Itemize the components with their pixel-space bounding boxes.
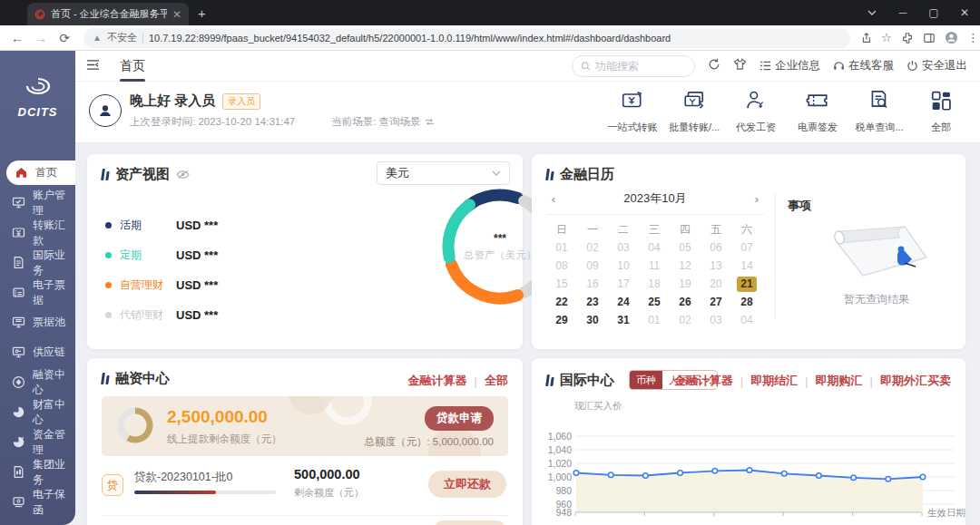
function-search[interactable] [572, 55, 695, 77]
calendar-day[interactable]: 05 [675, 240, 695, 256]
calendar-day[interactable]: 02 [583, 240, 603, 256]
sidebar-item-home[interactable]: 首页 [6, 160, 75, 185]
calendar-day[interactable]: 24 [613, 295, 633, 310]
quick-action-all-apps[interactable]: 全部 [915, 89, 967, 134]
bookmark-star-icon[interactable]: ☆ [881, 31, 892, 44]
calendar-day[interactable]: 21 [737, 277, 757, 292]
asset-legend-row[interactable]: 代销理财USD *** [105, 300, 218, 330]
calendar-day[interactable]: 25 [644, 295, 664, 310]
repay-now-button[interactable]: 立即还款 [428, 471, 506, 498]
profile-avatar-icon[interactable] [945, 31, 958, 44]
calendar-day[interactable]: 09 [583, 258, 603, 274]
eye-off-icon[interactable] [176, 170, 190, 180]
switch-scene-icon[interactable] [425, 118, 435, 126]
calendar-day[interactable]: 15 [552, 277, 572, 292]
calendar-day[interactable]: 18 [644, 277, 664, 292]
currency-dropdown[interactable]: 美元 [377, 161, 510, 185]
calendar-day[interactable]: 06 [706, 240, 726, 256]
collapse-menu-icon[interactable] [86, 58, 100, 74]
sidebar-item-international[interactable]: 国际业务 [0, 248, 75, 277]
reload-icon[interactable]: ⟳ [53, 31, 76, 45]
new-tab-button[interactable]: + [198, 5, 206, 22]
calendar-day[interactable]: 17 [613, 277, 633, 292]
calendar-prev-icon[interactable]: ‹ [546, 192, 561, 206]
calendar-day[interactable]: 16 [583, 277, 603, 292]
calendar-day[interactable]: 23 [583, 295, 603, 310]
calendar-day[interactable]: 22 [552, 295, 572, 310]
calendar-day[interactable]: 08 [552, 258, 572, 274]
sidebar-item-group[interactable]: 集团业务 [0, 457, 75, 487]
calendar-day[interactable]: 11 [644, 258, 664, 274]
app-header: 首页 企业信息 在线客服 安全退出 [75, 51, 980, 82]
calendar-day[interactable]: 01 [644, 313, 664, 328]
sidebar-item-supplychain[interactable]: 供应链 [0, 337, 75, 367]
repay-now-button-clipped[interactable] [434, 520, 506, 525]
intl-link-1[interactable]: 即期结汇 [750, 373, 798, 389]
finance-all-link[interactable]: 全部 [485, 373, 508, 389]
asset-legend-row[interactable]: 活期USD *** [105, 210, 218, 240]
calendar-day[interactable]: 01 [552, 240, 572, 256]
safe-logout-link[interactable]: 安全退出 [906, 58, 967, 73]
sidebar-item-guarantee[interactable]: 电子保函 [0, 487, 75, 517]
tab-close-icon[interactable]: ✕ [172, 8, 181, 21]
finance-calculator-link[interactable]: 金融计算器 [408, 373, 467, 389]
calendar-next-icon[interactable]: › [750, 192, 764, 206]
online-service-link[interactable]: 在线客服 [833, 58, 894, 73]
card-title-icon [102, 373, 109, 384]
calendar-day[interactable]: 04 [644, 240, 664, 256]
enterprise-info-link[interactable]: 企业信息 [760, 58, 820, 73]
calendar-day[interactable]: 27 [706, 295, 726, 310]
quick-action-eticket[interactable]: 电票签发 [791, 89, 844, 134]
tab-home[interactable]: 首页 [120, 51, 145, 82]
calendar-day[interactable]: 20 [706, 277, 726, 292]
calendar-day[interactable]: 03 [613, 240, 633, 256]
theme-skin-icon[interactable] [733, 58, 747, 74]
sidebar-item-financing[interactable]: 融资中心 [0, 367, 75, 397]
calendar-day[interactable]: 03 [706, 313, 726, 328]
sidebar-item-account[interactable]: 账户管理 [0, 188, 75, 218]
calendar-day[interactable]: 14 [737, 258, 757, 274]
quick-action-payroll[interactable]: 代发工资 [730, 89, 782, 134]
calendar-day[interactable]: 30 [583, 313, 603, 328]
intl-link-3[interactable]: 即期外汇买卖 [880, 373, 951, 389]
window-maximize-button[interactable]: ▢ [918, 0, 949, 25]
quick-action-batch-transfer[interactable]: 批量转账/... [668, 89, 720, 134]
calendar-day[interactable]: 26 [675, 295, 695, 310]
loan-apply-button[interactable]: 贷款申请 [425, 406, 494, 431]
quick-action-tax-query[interactable]: 税单查询... [853, 89, 906, 134]
browser-tab[interactable]: 首页 - 企业综合金融服务平台 ✕ [27, 3, 189, 25]
url-bar[interactable]: ▲ 不安全 10.7.19.22:8999/fpaas_bucket/94154… [83, 28, 850, 48]
asset-legend-row[interactable]: 自营理财USD *** [105, 270, 218, 300]
side-panel-icon[interactable] [923, 32, 936, 44]
sidebar-item-ebill[interactable]: 电子票据 [0, 277, 75, 307]
calendar-day[interactable]: 31 [613, 313, 633, 328]
calendar-day[interactable]: 13 [706, 258, 726, 274]
refresh-icon[interactable] [708, 58, 720, 74]
sidebar-item-transfer[interactable]: 转账汇款 [0, 218, 75, 248]
back-icon[interactable]: ← [5, 31, 29, 45]
share-icon[interactable] [859, 32, 872, 44]
extensions-icon[interactable] [901, 32, 914, 44]
window-menu-icon[interactable] [857, 0, 887, 25]
quick-action-onestop-transfer[interactable]: 一站式转账 [606, 89, 659, 134]
home-icon [15, 166, 28, 180]
window-close-button[interactable]: ✕ [949, 0, 980, 25]
calendar-day[interactable]: 19 [675, 277, 695, 292]
browser-menu-icon[interactable]: ⋮ [967, 31, 979, 44]
calendar-day[interactable]: 10 [613, 258, 633, 274]
calendar-day[interactable]: 02 [675, 313, 695, 328]
sidebar-item-billpool[interactable]: 票据池 [0, 307, 75, 337]
sidebar-item-wealth[interactable]: 财富中心 [0, 397, 75, 427]
calendar-day[interactable]: 07 [737, 240, 757, 256]
window-minimize-button[interactable]: ─ [887, 0, 918, 25]
calendar-day[interactable]: 28 [737, 295, 757, 310]
intl-link-0[interactable]: 金融计算器 [674, 373, 733, 389]
intl-link-2[interactable]: 即期购汇 [816, 373, 863, 389]
search-input[interactable] [595, 60, 686, 73]
calendar-day[interactable]: 12 [675, 258, 695, 274]
calendar-day[interactable]: 29 [552, 313, 572, 328]
calendar-day[interactable]: 04 [737, 313, 757, 328]
forward-icon[interactable]: → [29, 31, 53, 45]
asset-legend-row[interactable]: 定期USD *** [105, 240, 218, 270]
sidebar-item-funds[interactable]: 资金管理 [0, 427, 75, 457]
